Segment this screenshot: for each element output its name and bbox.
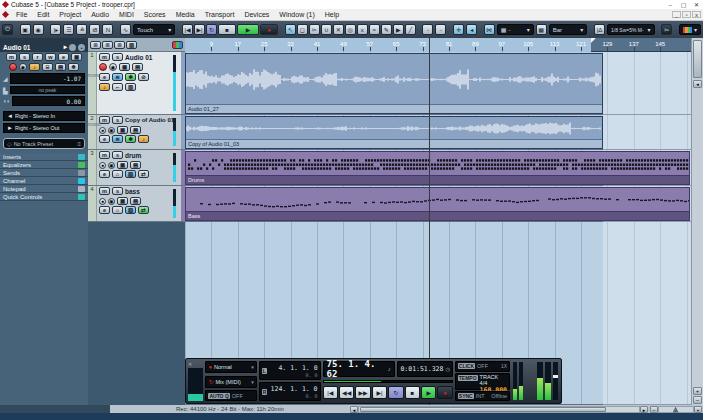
record-enable-button[interactable] [9, 63, 17, 71]
record-button[interactable]: ● [260, 24, 278, 35]
monitor-button[interactable]: ◉ [19, 63, 27, 71]
edit-button[interactable]: ▣ [71, 53, 82, 61]
menu-media[interactable]: Media [171, 11, 200, 18]
show-overview-button[interactable]: ≙ [76, 24, 87, 35]
w-button[interactable]: w [45, 53, 56, 61]
automation-follow-button[interactable]: ∿ [120, 24, 131, 35]
pan-display[interactable]: 0.00 [12, 96, 85, 106]
midi-input-button[interactable]: ⌂ [112, 170, 123, 178]
track-name[interactable]: Copy of Audio 01 [125, 117, 174, 123]
child-restore-button[interactable]: ▫ [682, 11, 691, 18]
solo-button[interactable]: s [112, 116, 123, 124]
draw-tool[interactable]: ✎ [381, 24, 392, 35]
zoom-out-h-button[interactable]: – [650, 406, 658, 413]
timeline-ruler[interactable]: 9172533414957657381899710511312112913714… [185, 38, 691, 52]
grid-value-select[interactable]: ▦ - ▾ [497, 24, 534, 35]
lane-button[interactable]: ▤ [130, 161, 141, 169]
mute-button[interactable]: m [99, 53, 110, 61]
lane-button[interactable]: ▤ [130, 126, 141, 134]
midi-output-button[interactable]: ▨ [125, 206, 136, 214]
close-button[interactable]: ✕ [690, 1, 703, 9]
color-menu-button[interactable]: ▾ [679, 24, 701, 35]
maximize-button[interactable]: ▢ [677, 1, 690, 9]
zoom-slider[interactable] [658, 406, 694, 413]
drum-map-button[interactable]: ▨ [125, 170, 136, 178]
edit-channel-button[interactable]: e [99, 206, 110, 214]
lock-button[interactable]: ▣ [117, 197, 128, 205]
left-locator-display[interactable]: L 4. 1. 1. 0 0. 0 [259, 361, 321, 380]
volume-display[interactable]: -1.07 [10, 73, 85, 84]
snap-button[interactable]: ⋈ [484, 24, 495, 35]
play-button[interactable]: ▶ [421, 386, 436, 399]
tracklist-filter-icon[interactable]: ≣ [90, 41, 101, 49]
child-minimize-button[interactable]: _ [672, 11, 681, 18]
cycle-record-select[interactable]: ↻ Mix (MIDI) ▾ [205, 376, 256, 388]
goto-end-button[interactable]: ▶| [372, 386, 387, 399]
midi-part-bass[interactable]: Bass [185, 187, 690, 221]
record-enable-button[interactable]: ● [99, 198, 106, 205]
record-enable-button[interactable]: ● [99, 162, 106, 169]
inspector-tab-sends[interactable]: Sends [0, 169, 88, 177]
automation-panel-button[interactable]: ◉ [33, 24, 44, 35]
vertical-scrollbar[interactable]: ◂ + – [691, 38, 703, 405]
gear-icon[interactable] [69, 44, 76, 51]
range-selection-tool[interactable]: ◻ [297, 24, 308, 35]
master-level-strip[interactable] [188, 368, 203, 401]
automation-mode-select[interactable]: Touch ▾ [133, 24, 175, 35]
lock-button[interactable]: ▣ [117, 126, 128, 134]
midi-channel-button[interactable]: ⇄ [138, 206, 149, 214]
quantize-select[interactable]: 1/8 Sw=5% M- ▾ [607, 24, 655, 35]
r-button[interactable]: r [32, 53, 43, 61]
track-name[interactable]: bass [125, 188, 140, 195]
timebase-button[interactable]: ⌐ [112, 83, 123, 91]
scroll-right-button[interactable]: ▸ [640, 406, 648, 413]
playhead-cursor[interactable] [429, 38, 430, 405]
autoscroll-button[interactable]: ✛ [453, 24, 464, 35]
input-routing-select[interactable]: ◄ Right - Stereo In [3, 111, 85, 121]
autoscroll-mode-button[interactable]: ◂ [466, 24, 477, 35]
forward-button[interactable]: ▶▶ [355, 386, 370, 399]
track-preset-select[interactable]: ◇ No Track Preset ≡ [3, 138, 85, 149]
mute-button[interactable]: m [99, 116, 110, 124]
edit-channel-button[interactable]: e [99, 170, 110, 178]
lane-button[interactable]: ▤ [130, 197, 141, 205]
iq-icon-button[interactable]: |∆ [594, 24, 605, 35]
position-display[interactable]: 75. 1. 4. 62 ♪ [323, 361, 395, 377]
record-enable-button[interactable] [99, 63, 107, 71]
time-display[interactable]: 0:01:51.328 ◷ [397, 361, 453, 377]
musical-mode-button[interactable]: ♪ [29, 63, 40, 71]
midi-input-button[interactable]: ⌂ [112, 206, 123, 214]
edit-channel-button[interactable]: e [99, 73, 110, 81]
split-tool[interactable]: ✂ [309, 24, 320, 35]
inspector-tab-inserts[interactable]: Inserts [0, 153, 88, 161]
musical-mode-button[interactable]: ♪ [138, 135, 149, 143]
write-automation-button[interactable]: ✱ [125, 73, 136, 81]
s-button[interactable]: s [19, 53, 30, 61]
musical-mode-button[interactable]: ♪ [99, 83, 110, 91]
zoom-tool[interactable]: ◎ [345, 24, 356, 35]
edit-channel-button[interactable]: e [99, 135, 110, 143]
monitor-button[interactable]: ◉ [108, 198, 115, 205]
track-row-drum[interactable]: 3 m s drum ● ◉ ▣ ▤ e ⌂ ▨ ⇄ [88, 150, 185, 186]
scroll-left-button[interactable]: ◂ [350, 406, 358, 413]
cycle-button[interactable]: ↻ [206, 24, 217, 35]
menu-project[interactable]: Project [54, 11, 86, 18]
nudge-right-button[interactable]: - [435, 24, 446, 35]
track-name[interactable]: Audio 01 [125, 54, 152, 61]
midi-channel-button[interactable]: ⇄ [138, 170, 149, 178]
track-name[interactable]: drum [125, 152, 141, 159]
cycle-button[interactable]: ↻ [388, 386, 403, 399]
zoom-out-v-button[interactable]: – [693, 396, 702, 404]
track-row-copy-audio01[interactable]: 2mono m s Copy of Audio 01 ● ◉ ▣ ▤ e ≋ ✱ [88, 115, 185, 150]
audio-event-2[interactable]: Copy of Audio 01_03 [185, 116, 603, 149]
inspector-tab-equalizers[interactable]: Equalizers [0, 161, 88, 169]
solo-button[interactable]: s [112, 53, 123, 61]
right-locator-flag[interactable] [591, 38, 596, 43]
menu-help[interactable]: Help [320, 11, 344, 18]
read-automation-button[interactable]: ≋ [112, 135, 123, 143]
goto-end-button[interactable]: ▶| [194, 24, 205, 35]
play-tool[interactable]: ▶ [393, 24, 404, 35]
audio-event-1[interactable]: Audio 01_27 [185, 53, 603, 114]
position-progress-bar[interactable] [323, 380, 453, 383]
right-locator-display[interactable]: R 124. 1. 1. 0 0. 0 [259, 382, 321, 401]
